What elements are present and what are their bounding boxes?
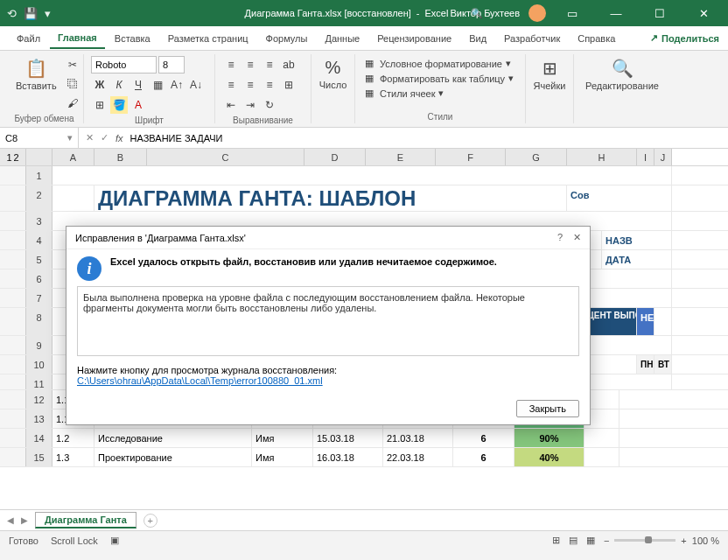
- task-name[interactable]: Исследование: [94, 429, 252, 447]
- row-header[interactable]: 14: [26, 429, 52, 447]
- tab-help[interactable]: Справка: [570, 29, 623, 48]
- row-header[interactable]: 7: [26, 289, 52, 307]
- view-normal-icon[interactable]: ⊞: [552, 535, 560, 546]
- col-header[interactable]: B: [94, 149, 147, 165]
- sheet-tab[interactable]: Диаграмма Ганта: [35, 512, 136, 528]
- row-header[interactable]: 5: [26, 250, 52, 269]
- view-break-icon[interactable]: ▦: [586, 535, 595, 546]
- side-label[interactable]: СовSma: [567, 186, 672, 211]
- share-button[interactable]: ↗ Поделиться: [650, 32, 719, 44]
- row-header[interactable]: 10: [26, 355, 52, 374]
- font-grow-icon[interactable]: A↑: [168, 76, 186, 94]
- cell[interactable]: [584, 429, 620, 447]
- tab-insert[interactable]: Вставка: [107, 29, 158, 48]
- row-header[interactable]: 9: [26, 336, 52, 354]
- font-size-select[interactable]: [158, 56, 185, 74]
- zoom-in-icon[interactable]: +: [681, 536, 686, 546]
- task-duration[interactable]: 6: [453, 448, 514, 466]
- cell[interactable]: [654, 308, 672, 335]
- tab-data[interactable]: Данные: [317, 29, 368, 48]
- task-end[interactable]: 22.03.18: [383, 448, 453, 466]
- underline-button[interactable]: Ч: [130, 76, 147, 94]
- task-end[interactable]: 21.03.18: [383, 429, 453, 447]
- col-header[interactable]: A: [52, 149, 94, 165]
- col-header[interactable]: H: [567, 149, 637, 165]
- maximize-icon[interactable]: ☐: [642, 7, 677, 20]
- row-header[interactable]: 13: [26, 410, 52, 428]
- row-header[interactable]: 15: [26, 448, 52, 466]
- tab-file[interactable]: Файл: [9, 29, 48, 48]
- font-shrink-icon[interactable]: A↓: [187, 76, 205, 94]
- row-header[interactable]: 8: [26, 308, 52, 335]
- save-icon[interactable]: 💾: [24, 7, 38, 20]
- col-header[interactable]: E: [366, 149, 436, 165]
- outline-level[interactable]: 12: [0, 149, 26, 165]
- merge-icon[interactable]: ⊞: [280, 76, 298, 94]
- row-header[interactable]: 11: [26, 374, 52, 389]
- paste-button[interactable]: 📋 Вставить: [12, 56, 60, 93]
- font-name-select[interactable]: [91, 56, 157, 74]
- ribbon-options-icon[interactable]: ▭: [555, 7, 590, 20]
- row-header[interactable]: 4: [26, 231, 52, 249]
- tab-developer[interactable]: Разработчик: [496, 29, 568, 48]
- task-start[interactable]: 16.03.18: [313, 448, 383, 466]
- search-icon[interactable]: 🔍: [471, 8, 483, 19]
- italic-button[interactable]: К: [110, 76, 128, 94]
- row-header[interactable]: 6: [26, 270, 52, 288]
- task-owner[interactable]: Имя: [252, 448, 313, 466]
- border-button[interactable]: ▦: [149, 76, 166, 94]
- autosave-icon[interactable]: ⟲: [7, 7, 17, 20]
- add-sheet-button[interactable]: +: [144, 514, 158, 528]
- day-header[interactable]: ПН: [637, 355, 654, 374]
- task-start[interactable]: 15.03.18: [313, 429, 383, 447]
- enter-formula-icon[interactable]: ✓: [101, 132, 108, 144]
- align-top-icon[interactable]: ≡: [222, 56, 240, 74]
- align-center-icon[interactable]: ≡: [242, 76, 259, 94]
- dialog-log-link[interactable]: C:\Users\ohrau\AppData\Local\Temp\error1…: [77, 375, 323, 386]
- cells-button[interactable]: ⊞ Ячейки: [533, 56, 566, 93]
- tab-review[interactable]: Рецензирование: [369, 29, 459, 48]
- avatar[interactable]: [528, 4, 546, 22]
- copy-icon[interactable]: ⿻: [64, 75, 81, 93]
- row-header[interactable]: 12: [26, 390, 52, 409]
- cell-styles-button[interactable]: ▦Стили ячеек▾: [362, 86, 518, 101]
- cell[interactable]: [584, 448, 620, 466]
- align-left-icon[interactable]: ≡: [222, 76, 240, 94]
- dropdown-icon[interactable]: ▾: [45, 7, 51, 20]
- zoom-level[interactable]: 100 %: [692, 536, 719, 546]
- row-header[interactable]: 2: [26, 186, 52, 211]
- wrap-text-icon[interactable]: ab: [280, 56, 298, 74]
- fill-color-button[interactable]: 🪣: [110, 96, 128, 114]
- task-owner[interactable]: Имя: [252, 429, 313, 447]
- col-header[interactable]: D: [304, 149, 366, 165]
- align-mid-icon[interactable]: ≡: [242, 56, 259, 74]
- align-bot-icon[interactable]: ≡: [261, 56, 278, 74]
- macro-record-icon[interactable]: ▣: [110, 535, 119, 546]
- col-header[interactable]: C: [147, 149, 304, 165]
- tab-nav-prev[interactable]: ◀: [7, 515, 14, 525]
- task-number[interactable]: 1.2: [52, 429, 94, 447]
- cell[interactable]: [52, 186, 94, 211]
- editing-button[interactable]: 🔍 Редактирование: [581, 56, 663, 93]
- border-dropdown[interactable]: ⊞: [91, 96, 108, 114]
- side-label[interactable]: НАЗВ: [602, 231, 672, 249]
- col-header[interactable]: J: [654, 149, 672, 165]
- col-header[interactable]: G: [506, 149, 567, 165]
- cancel-formula-icon[interactable]: ✕: [86, 132, 94, 144]
- format-painter-icon[interactable]: 🖌: [64, 94, 81, 112]
- conditional-format-button[interactable]: ▦Условное форматирование▾: [362, 56, 518, 71]
- view-page-icon[interactable]: ▤: [569, 535, 578, 546]
- bold-button[interactable]: Ж: [91, 76, 108, 94]
- tab-home[interactable]: Главная: [50, 28, 105, 49]
- header-week[interactable]: НЕ: [637, 308, 654, 335]
- tab-nav-next[interactable]: ▶: [21, 515, 28, 525]
- orientation-icon[interactable]: ↻: [261, 96, 278, 114]
- row-header[interactable]: 1: [26, 166, 52, 185]
- minimize-icon[interactable]: —: [598, 7, 634, 20]
- dialog-close-button[interactable]: Закрыть: [516, 400, 579, 417]
- format-as-table-button[interactable]: ▦Форматировать как таблицу▾: [362, 71, 518, 86]
- dialog-help-icon[interactable]: ?: [557, 232, 563, 243]
- tab-layout[interactable]: Разметка страниц: [160, 29, 256, 48]
- fx-icon[interactable]: fx: [116, 133, 123, 144]
- col-header[interactable]: F: [436, 149, 506, 165]
